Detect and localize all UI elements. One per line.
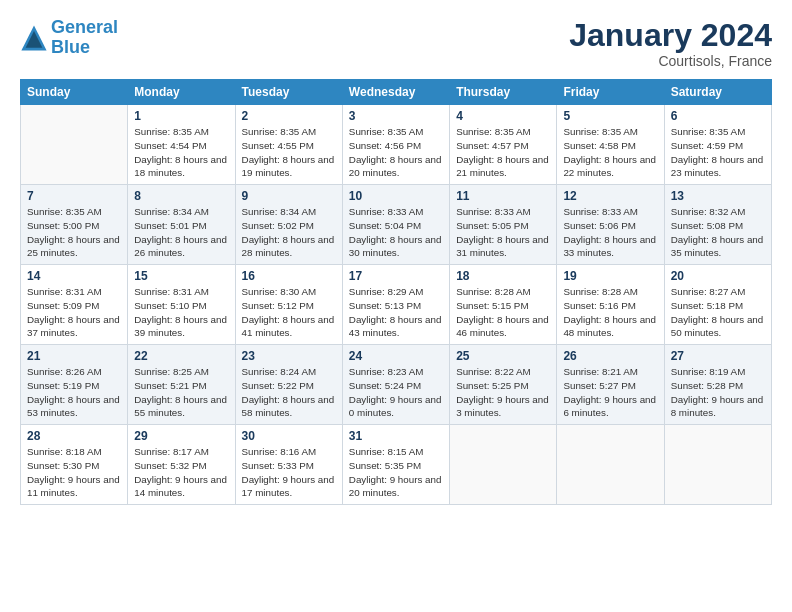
day-number: 6 (671, 109, 765, 123)
day-number: 21 (27, 349, 121, 363)
table-row: 2 Sunrise: 8:35 AMSunset: 4:55 PMDayligh… (235, 105, 342, 185)
day-number: 17 (349, 269, 443, 283)
day-number: 1 (134, 109, 228, 123)
day-info: Sunrise: 8:17 AMSunset: 5:32 PMDaylight:… (134, 445, 228, 500)
day-info: Sunrise: 8:22 AMSunset: 5:25 PMDaylight:… (456, 365, 550, 420)
table-row: 14 Sunrise: 8:31 AMSunset: 5:09 PMDaylig… (21, 265, 128, 345)
table-row (21, 105, 128, 185)
table-row: 5 Sunrise: 8:35 AMSunset: 4:58 PMDayligh… (557, 105, 664, 185)
day-number: 13 (671, 189, 765, 203)
day-info: Sunrise: 8:30 AMSunset: 5:12 PMDaylight:… (242, 285, 336, 340)
day-info: Sunrise: 8:34 AMSunset: 5:01 PMDaylight:… (134, 205, 228, 260)
table-row: 3 Sunrise: 8:35 AMSunset: 4:56 PMDayligh… (342, 105, 449, 185)
table-row: 1 Sunrise: 8:35 AMSunset: 4:54 PMDayligh… (128, 105, 235, 185)
logo-line1: General (51, 17, 118, 37)
location: Courtisols, France (569, 53, 772, 69)
day-info: Sunrise: 8:15 AMSunset: 5:35 PMDaylight:… (349, 445, 443, 500)
table-row: 30 Sunrise: 8:16 AMSunset: 5:33 PMDaylig… (235, 425, 342, 505)
table-row: 12 Sunrise: 8:33 AMSunset: 5:06 PMDaylig… (557, 185, 664, 265)
day-info: Sunrise: 8:35 AMSunset: 5:00 PMDaylight:… (27, 205, 121, 260)
day-number: 10 (349, 189, 443, 203)
table-row: 20 Sunrise: 8:27 AMSunset: 5:18 PMDaylig… (664, 265, 771, 345)
day-number: 19 (563, 269, 657, 283)
day-number: 3 (349, 109, 443, 123)
day-info: Sunrise: 8:35 AMSunset: 4:54 PMDaylight:… (134, 125, 228, 180)
day-info: Sunrise: 8:28 AMSunset: 5:16 PMDaylight:… (563, 285, 657, 340)
col-friday: Friday (557, 80, 664, 105)
day-info: Sunrise: 8:32 AMSunset: 5:08 PMDaylight:… (671, 205, 765, 260)
table-row: 29 Sunrise: 8:17 AMSunset: 5:32 PMDaylig… (128, 425, 235, 505)
day-number: 16 (242, 269, 336, 283)
day-info: Sunrise: 8:35 AMSunset: 4:57 PMDaylight:… (456, 125, 550, 180)
day-info: Sunrise: 8:31 AMSunset: 5:10 PMDaylight:… (134, 285, 228, 340)
day-number: 2 (242, 109, 336, 123)
day-info: Sunrise: 8:24 AMSunset: 5:22 PMDaylight:… (242, 365, 336, 420)
day-info: Sunrise: 8:33 AMSunset: 5:06 PMDaylight:… (563, 205, 657, 260)
logo-icon (20, 24, 48, 52)
table-row: 26 Sunrise: 8:21 AMSunset: 5:27 PMDaylig… (557, 345, 664, 425)
table-row: 13 Sunrise: 8:32 AMSunset: 5:08 PMDaylig… (664, 185, 771, 265)
day-number: 8 (134, 189, 228, 203)
day-number: 18 (456, 269, 550, 283)
day-info: Sunrise: 8:35 AMSunset: 4:59 PMDaylight:… (671, 125, 765, 180)
day-info: Sunrise: 8:34 AMSunset: 5:02 PMDaylight:… (242, 205, 336, 260)
day-info: Sunrise: 8:18 AMSunset: 5:30 PMDaylight:… (27, 445, 121, 500)
day-number: 9 (242, 189, 336, 203)
calendar-week-row: 1 Sunrise: 8:35 AMSunset: 4:54 PMDayligh… (21, 105, 772, 185)
table-row: 21 Sunrise: 8:26 AMSunset: 5:19 PMDaylig… (21, 345, 128, 425)
day-number: 29 (134, 429, 228, 443)
day-info: Sunrise: 8:29 AMSunset: 5:13 PMDaylight:… (349, 285, 443, 340)
day-info: Sunrise: 8:21 AMSunset: 5:27 PMDaylight:… (563, 365, 657, 420)
col-monday: Monday (128, 80, 235, 105)
day-number: 25 (456, 349, 550, 363)
table-row: 15 Sunrise: 8:31 AMSunset: 5:10 PMDaylig… (128, 265, 235, 345)
day-number: 30 (242, 429, 336, 443)
day-info: Sunrise: 8:25 AMSunset: 5:21 PMDaylight:… (134, 365, 228, 420)
table-row: 31 Sunrise: 8:15 AMSunset: 5:35 PMDaylig… (342, 425, 449, 505)
day-info: Sunrise: 8:27 AMSunset: 5:18 PMDaylight:… (671, 285, 765, 340)
calendar-week-row: 28 Sunrise: 8:18 AMSunset: 5:30 PMDaylig… (21, 425, 772, 505)
calendar-table: Sunday Monday Tuesday Wednesday Thursday… (20, 79, 772, 505)
col-tuesday: Tuesday (235, 80, 342, 105)
day-number: 4 (456, 109, 550, 123)
day-number: 20 (671, 269, 765, 283)
day-info: Sunrise: 8:26 AMSunset: 5:19 PMDaylight:… (27, 365, 121, 420)
day-info: Sunrise: 8:35 AMSunset: 4:56 PMDaylight:… (349, 125, 443, 180)
col-thursday: Thursday (450, 80, 557, 105)
table-row (450, 425, 557, 505)
table-row: 25 Sunrise: 8:22 AMSunset: 5:25 PMDaylig… (450, 345, 557, 425)
day-number: 26 (563, 349, 657, 363)
table-row: 22 Sunrise: 8:25 AMSunset: 5:21 PMDaylig… (128, 345, 235, 425)
day-number: 22 (134, 349, 228, 363)
day-info: Sunrise: 8:16 AMSunset: 5:33 PMDaylight:… (242, 445, 336, 500)
day-number: 31 (349, 429, 443, 443)
table-row (664, 425, 771, 505)
title-block: January 2024 Courtisols, France (569, 18, 772, 69)
table-row: 17 Sunrise: 8:29 AMSunset: 5:13 PMDaylig… (342, 265, 449, 345)
table-row: 10 Sunrise: 8:33 AMSunset: 5:04 PMDaylig… (342, 185, 449, 265)
logo-line2: Blue (51, 37, 90, 57)
table-row: 27 Sunrise: 8:19 AMSunset: 5:28 PMDaylig… (664, 345, 771, 425)
day-info: Sunrise: 8:19 AMSunset: 5:28 PMDaylight:… (671, 365, 765, 420)
table-row: 7 Sunrise: 8:35 AMSunset: 5:00 PMDayligh… (21, 185, 128, 265)
table-row: 23 Sunrise: 8:24 AMSunset: 5:22 PMDaylig… (235, 345, 342, 425)
logo: General Blue (20, 18, 118, 58)
table-row: 28 Sunrise: 8:18 AMSunset: 5:30 PMDaylig… (21, 425, 128, 505)
day-info: Sunrise: 8:35 AMSunset: 4:58 PMDaylight:… (563, 125, 657, 180)
calendar-header-row: Sunday Monday Tuesday Wednesday Thursday… (21, 80, 772, 105)
day-info: Sunrise: 8:35 AMSunset: 4:55 PMDaylight:… (242, 125, 336, 180)
col-saturday: Saturday (664, 80, 771, 105)
day-info: Sunrise: 8:33 AMSunset: 5:04 PMDaylight:… (349, 205, 443, 260)
day-info: Sunrise: 8:31 AMSunset: 5:09 PMDaylight:… (27, 285, 121, 340)
day-number: 24 (349, 349, 443, 363)
table-row: 11 Sunrise: 8:33 AMSunset: 5:05 PMDaylig… (450, 185, 557, 265)
table-row: 18 Sunrise: 8:28 AMSunset: 5:15 PMDaylig… (450, 265, 557, 345)
page: General Blue January 2024 Courtisols, Fr… (0, 0, 792, 612)
calendar-week-row: 14 Sunrise: 8:31 AMSunset: 5:09 PMDaylig… (21, 265, 772, 345)
day-number: 11 (456, 189, 550, 203)
day-number: 14 (27, 269, 121, 283)
table-row: 8 Sunrise: 8:34 AMSunset: 5:01 PMDayligh… (128, 185, 235, 265)
col-sunday: Sunday (21, 80, 128, 105)
day-number: 15 (134, 269, 228, 283)
day-info: Sunrise: 8:23 AMSunset: 5:24 PMDaylight:… (349, 365, 443, 420)
